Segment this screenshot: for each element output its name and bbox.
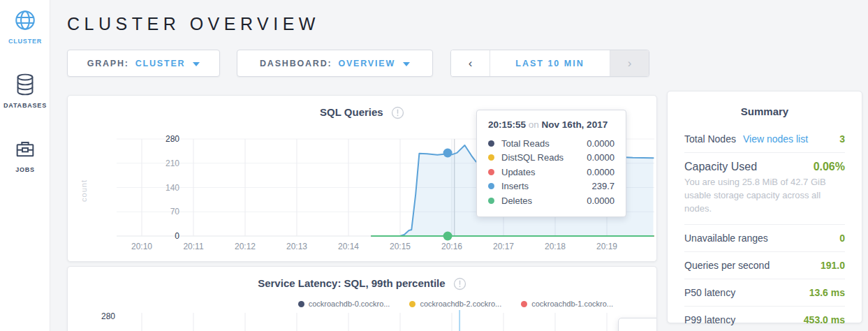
summary-row-unavailable-ranges: Unavailable ranges 0 — [684, 224, 845, 251]
sql-queries-chart-card: 07014021028020:1020:1120:1220:1320:1420:… — [67, 95, 657, 262]
chevron-right-icon: › — [628, 57, 632, 71]
tooltip-series-value: 0.0000 — [587, 138, 615, 149]
sql-queries-chart-title: SQL Queries — [320, 106, 383, 118]
info-icon[interactable] — [453, 281, 466, 293]
series-dot-icon — [488, 140, 494, 147]
tooltip-series-value: 0.0000 — [587, 196, 615, 206]
time-next-button-disabled[interactable]: › — [610, 50, 649, 76]
svg-text:20:10: 20:10 — [131, 242, 152, 251]
sidebar-label-cluster: CLUSTER — [0, 38, 50, 45]
total-nodes-value: 3 — [839, 133, 845, 145]
legend-dot-icon — [298, 301, 304, 307]
globe-icon — [0, 8, 50, 35]
tooltip-series-label: Deletes — [501, 196, 532, 206]
dashboard-dropdown-label: DASHBOARD: — [260, 59, 332, 68]
dashboard-dropdown[interactable]: DASHBOARD: OVERVIEW — [237, 50, 433, 77]
dashboard-dropdown-value: OVERVIEW — [338, 59, 395, 68]
capacity-description: You are using 25.8 MiB of 42.7 GiB usabl… — [684, 176, 845, 216]
hover-marker-Deletes — [443, 232, 453, 241]
sidebar-label-databases: DATABASES — [0, 102, 50, 109]
legend-item-1[interactable]: cockroachdb-2.cockro... — [409, 300, 501, 308]
time-range-button[interactable]: LAST 10 MIN — [490, 50, 610, 76]
graph-dropdown-value: CLUSTER — [135, 59, 186, 68]
summary-row-capacity: Capacity Used 0.06% You are using 25.8 M… — [684, 152, 845, 224]
svg-text:20:17: 20:17 — [493, 242, 514, 251]
svg-text:20:16: 20:16 — [441, 242, 462, 251]
view-nodes-list-link[interactable]: View nodes list — [743, 133, 808, 145]
unavailable-ranges-value: 0 — [839, 233, 845, 244]
legend-label: cockroachdb-2.cockro... — [420, 300, 501, 308]
summary-row-p50: P50 latency 13.6 ms — [684, 279, 845, 306]
svg-text:20:19: 20:19 — [596, 242, 617, 251]
series-dot-icon — [488, 169, 494, 175]
legend-dot-icon — [409, 301, 415, 307]
tooltip-row-inserts: Inserts 239.7 — [488, 179, 615, 194]
svg-text:20:15: 20:15 — [390, 242, 411, 251]
sidebar-item-cluster[interactable]: CLUSTER — [0, 0, 50, 45]
legend-item-2[interactable]: cockroachdb-1.cockro... — [521, 300, 613, 308]
page-title: CLUSTER OVERVIEW — [67, 14, 320, 34]
tooltip-row-updates: Updates 0.0000 — [488, 165, 615, 179]
info-icon[interactable] — [391, 110, 404, 122]
tooltip-row-deletes: Deletes 0.0000 — [488, 193, 615, 208]
svg-text:20:18: 20:18 — [545, 242, 566, 251]
tooltip-on-word: on — [529, 119, 539, 130]
svg-text:20:13: 20:13 — [286, 242, 307, 251]
tooltip-series-label: Updates — [501, 167, 535, 177]
svg-text:140: 140 — [165, 183, 179, 193]
svg-text:20:14: 20:14 — [338, 242, 359, 251]
tooltip-series-label: Total Reads — [501, 138, 550, 149]
tooltip-row-distsql-reads: DistSQL Reads 0.0000 — [488, 151, 615, 166]
graph-hover-tooltip: 20:15:55 on Nov 16th, 2017 Total Reads 0… — [476, 110, 626, 217]
p50-latency-value: 13.6 ms — [809, 287, 845, 298]
capacity-used-label: Capacity Used — [684, 161, 757, 173]
chart-title-row: Service Latency: SQL, 99th percentile — [68, 267, 656, 293]
summary-row-p99: P99 latency 453.0 ms — [684, 306, 845, 331]
tooltip-timestamp: 20:15:55 on Nov 16th, 2017 — [488, 119, 615, 130]
total-nodes-label: Total Nodes — [684, 133, 736, 145]
graph-dropdown-label: GRAPH: — [87, 59, 129, 68]
tooltip-row-total-reads: Total Reads 0.0000 — [488, 136, 615, 151]
svg-text:count: count — [80, 179, 88, 202]
hover-marker-Inserts — [443, 149, 453, 158]
legend-label: cockroachdb-0.cockro... — [309, 300, 390, 308]
time-range-label: LAST 10 MIN — [515, 59, 584, 68]
sidebar-item-jobs[interactable]: JOBS — [0, 109, 50, 173]
legend-item-0[interactable]: cockroachdb-0.cockro... — [298, 300, 390, 308]
summary-row-total-nodes: Total Nodes View nodes list 3 — [684, 126, 845, 152]
capacity-used-value: 0.06% — [814, 161, 845, 173]
p99-latency-label: P99 latency — [684, 314, 735, 325]
time-prev-button[interactable]: ‹ — [451, 50, 490, 76]
summary-title: Summary — [684, 91, 845, 126]
p50-latency-label: P50 latency — [684, 287, 735, 298]
series-dot-icon — [488, 198, 494, 204]
graph-dropdown[interactable]: GRAPH: CLUSTER — [67, 50, 220, 77]
legend-dot-icon — [521, 301, 527, 307]
svg-text:280: 280 — [165, 134, 179, 144]
latency-tooltip-partial — [618, 318, 657, 331]
series-dot-icon — [488, 183, 494, 189]
briefcase-icon — [0, 138, 50, 163]
svg-text:0: 0 — [175, 231, 179, 241]
tooltip-series-label: Inserts — [501, 181, 529, 191]
sidebar: CLUSTER DATABASES JOBS — [0, 0, 50, 331]
summary-row-qps: Queries per second 191.0 — [684, 251, 845, 279]
tooltip-series-value: 0.0000 — [587, 152, 615, 163]
database-icon — [0, 73, 50, 99]
tooltip-series-value: 0.0000 — [587, 167, 615, 177]
sidebar-label-jobs: JOBS — [0, 166, 50, 173]
gridlines — [142, 313, 607, 331]
svg-text:20:11: 20:11 — [183, 242, 203, 251]
latency-chart-legend: cockroachdb-0.cockro...cockroachdb-2.coc… — [68, 293, 656, 308]
tooltip-series-value: 239.7 — [591, 181, 615, 191]
chevron-down-icon — [193, 62, 200, 66]
svg-text:280: 280 — [101, 311, 115, 321]
legend-label: cockroachdb-1.cockro... — [531, 300, 613, 308]
qps-label: Queries per second — [684, 260, 770, 271]
chevron-down-icon — [403, 62, 410, 66]
svg-text:70: 70 — [170, 207, 180, 216]
unavailable-ranges-label: Unavailable ranges — [684, 233, 768, 244]
time-window-selector: ‹ LAST 10 MIN › — [450, 50, 649, 77]
service-latency-chart-title: Service Latency: SQL, 99th percentile — [258, 277, 445, 289]
sidebar-item-databases[interactable]: DATABASES — [0, 45, 50, 109]
